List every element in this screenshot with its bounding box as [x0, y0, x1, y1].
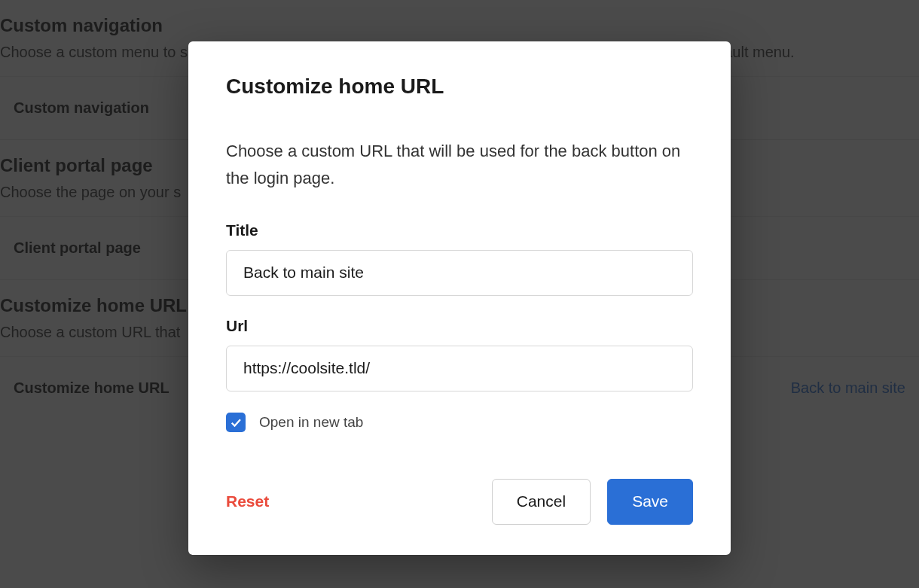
check-icon	[229, 416, 243, 429]
modal-overlay[interactable]: Customize home URL Choose a custom URL t…	[0, 0, 919, 588]
url-form-group: Url	[226, 317, 693, 391]
url-input[interactable]	[226, 346, 693, 391]
title-label: Title	[226, 221, 693, 239]
dialog-footer: Reset Cancel Save	[226, 479, 693, 525]
dialog-title: Customize home URL	[226, 75, 693, 99]
reset-button[interactable]: Reset	[226, 492, 269, 510]
dialog-description: Choose a custom URL that will be used fo…	[226, 138, 693, 193]
open-new-tab-checkbox[interactable]	[226, 413, 246, 432]
open-new-tab-label: Open in new tab	[259, 414, 363, 431]
customize-home-url-dialog: Customize home URL Choose a custom URL t…	[188, 41, 731, 555]
open-new-tab-row: Open in new tab	[226, 413, 693, 432]
dialog-right-actions: Cancel Save	[492, 479, 693, 525]
url-label: Url	[226, 317, 693, 335]
save-button[interactable]: Save	[607, 479, 693, 525]
cancel-button[interactable]: Cancel	[492, 479, 591, 525]
title-form-group: Title	[226, 221, 693, 296]
title-input[interactable]	[226, 250, 693, 296]
